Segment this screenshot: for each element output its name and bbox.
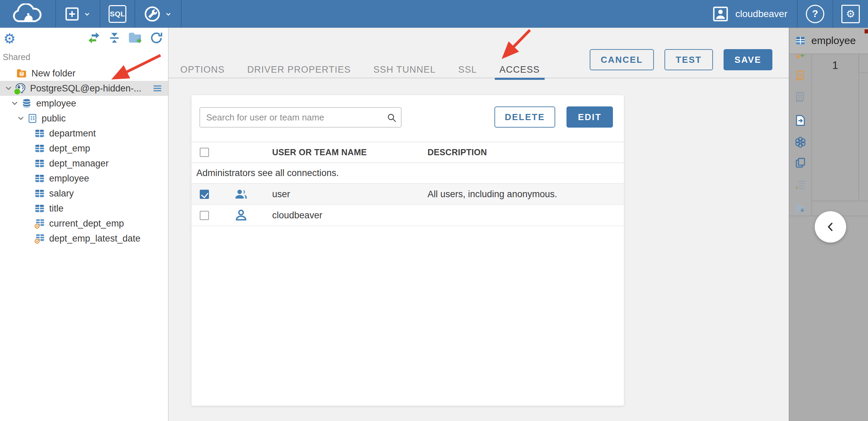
save-button[interactable]: SAVE xyxy=(724,49,772,70)
node-menu-icon[interactable] xyxy=(152,83,163,93)
chevron-expanded-icon[interactable] xyxy=(4,84,13,92)
export-data-icon[interactable] xyxy=(794,114,807,127)
database-navigator-tree: New folderPostgreSQL@ep-hidden-...employ… xyxy=(0,66,168,246)
tab-label: employee xyxy=(811,35,856,46)
schema-icon xyxy=(27,113,38,124)
cancel-button[interactable]: CANCEL xyxy=(590,49,654,70)
new-folder-icon[interactable] xyxy=(128,31,143,45)
copy-value-icon[interactable] xyxy=(795,157,806,169)
link-editor-icon[interactable] xyxy=(87,31,101,45)
grid-line xyxy=(858,72,868,73)
table-icon xyxy=(795,35,806,46)
settings-button[interactable]: ⚙ xyxy=(833,0,868,28)
settings-gear-icon: ⚙ xyxy=(841,5,860,23)
cloudbeaver-logo[interactable] xyxy=(0,3,55,25)
collapse-panel-button[interactable] xyxy=(815,211,846,243)
screen-edge-indicator xyxy=(865,29,868,33)
tab-employee[interactable]: employee xyxy=(789,28,868,54)
chevron-expanded-icon[interactable] xyxy=(16,114,25,122)
search-input[interactable] xyxy=(199,107,402,128)
navigation-sidebar: ⚙ xyxy=(0,28,169,421)
help-icon: ? xyxy=(806,5,824,23)
help-button[interactable]: ? xyxy=(798,0,832,28)
view-icon xyxy=(34,233,45,244)
row-checkbox[interactable] xyxy=(200,211,209,220)
table-icon xyxy=(34,158,45,169)
connection-tabs: OPTIONSDRIVER PROPERTIESSSH TUNNELSSLACC… xyxy=(176,60,545,79)
admin-notice-row: Administrators see all connections. xyxy=(192,163,624,184)
collapse-all-icon[interactable] xyxy=(108,31,121,45)
tree-item-current-dept-emp[interactable]: current_dept_emp xyxy=(0,216,168,231)
tab-driver-properties[interactable]: DRIVER PROPERTIES xyxy=(242,60,355,79)
tree-item-public[interactable]: public xyxy=(0,111,168,126)
top-header-bar: SQL cloudbeaver xyxy=(0,0,868,28)
tree-item-dept-manager[interactable]: dept_manager xyxy=(0,156,168,171)
access-grants-table: USER OR TEAM NAME DESCRIPTION Administra… xyxy=(192,142,624,226)
user-menu-button[interactable]: cloudbeaver xyxy=(704,0,792,28)
connection-dialog-panel: OPTIONSDRIVER PROPERTIESSSH TUNNELSSLACC… xyxy=(169,28,789,421)
tree-item-salary[interactable]: salary xyxy=(0,186,168,201)
tree-item-title[interactable]: title xyxy=(0,201,168,216)
table-editor-rail: employee 1 xyxy=(789,28,868,421)
driver-wrench-icon xyxy=(143,5,161,23)
tree-item-department[interactable]: department xyxy=(0,126,168,141)
select-all-checkbox[interactable] xyxy=(200,148,209,157)
tree-item-label: New folder xyxy=(31,68,75,79)
row-name: cloudbeaver xyxy=(272,210,428,221)
tab-ssl[interactable]: SSL xyxy=(453,60,482,79)
team-icon xyxy=(233,187,272,201)
grid-line xyxy=(858,54,859,201)
new-connection-icon xyxy=(64,6,80,22)
tree-item-postgresql-ep-hidden-[interactable]: PostgreSQL@ep-hidden-... xyxy=(0,81,168,96)
tab-access[interactable]: ACCESS xyxy=(495,60,545,79)
user-avatar-icon xyxy=(712,5,729,23)
tree-item-dept-emp[interactable]: dept_emp xyxy=(0,141,168,156)
table-icon xyxy=(34,203,45,214)
tree-item-label: current_dept_emp xyxy=(49,218,124,229)
user-icon xyxy=(233,208,272,222)
postgres-icon xyxy=(15,83,26,94)
execution-plan-icon[interactable] xyxy=(794,179,807,191)
tab-ssh-tunnel[interactable]: SSH TUNNEL xyxy=(368,60,440,79)
tree-item-new-folder[interactable]: New folder xyxy=(0,66,168,81)
tree-item-label: dept_emp_latest_date xyxy=(49,233,140,244)
row-checkbox-checked[interactable] xyxy=(200,190,209,199)
new-connection-button[interactable] xyxy=(56,0,100,28)
tree-item-employee[interactable]: employee xyxy=(0,171,168,186)
save-to-folder-icon[interactable] xyxy=(794,203,807,215)
folder-db-icon xyxy=(16,68,27,79)
cloud-logo-icon xyxy=(10,3,46,25)
tree-item-label: title xyxy=(49,203,64,214)
header-separator xyxy=(181,0,182,28)
tree-item-label: public xyxy=(42,113,66,124)
tree-item-label: salary xyxy=(49,188,74,199)
settings-gear-icon[interactable]: ⚙ xyxy=(3,32,16,45)
tree-item-employee[interactable]: employee xyxy=(0,96,168,111)
dialog-actions: CANCEL TEST SAVE xyxy=(590,49,772,70)
ai-assistant-icon[interactable] xyxy=(794,136,807,149)
sql-editor-icon: SQL xyxy=(109,5,126,23)
refresh-icon[interactable] xyxy=(150,31,163,45)
table-icon xyxy=(34,143,45,154)
grid-view-icon[interactable] xyxy=(794,91,807,103)
delete-button[interactable]: DELETE xyxy=(494,106,555,128)
access-settings-card: DELETE EDIT USER OR TEAM NAME DESCRIPTIO… xyxy=(192,95,624,406)
editor-tools-column xyxy=(789,54,812,216)
sql-editor-button[interactable]: SQL xyxy=(100,0,135,28)
driver-manager-button[interactable] xyxy=(135,0,181,28)
view-icon xyxy=(34,218,45,229)
tree-item-dept-emp-latest-date[interactable]: dept_emp_latest_date xyxy=(0,231,168,246)
test-button[interactable]: TEST xyxy=(664,49,713,70)
table-header-row: USER OR TEAM NAME DESCRIPTION xyxy=(192,142,624,163)
chevron-expanded-icon[interactable] xyxy=(10,99,19,107)
tree-item-label: department xyxy=(49,128,96,139)
edit-button[interactable]: EDIT xyxy=(566,106,613,128)
table-row-user[interactable]: userAll users, including anonymous. xyxy=(192,184,624,205)
sidebar-toolbar: ⚙ xyxy=(0,28,168,50)
tab-options[interactable]: OPTIONS xyxy=(176,60,229,79)
execute-script-icon[interactable] xyxy=(794,69,807,82)
chevron-down-icon xyxy=(83,10,92,18)
table-row-cloudbeaver[interactable]: cloudbeaver xyxy=(192,205,624,226)
database-icon xyxy=(21,98,32,109)
tree-item-label: dept_manager xyxy=(49,158,109,169)
